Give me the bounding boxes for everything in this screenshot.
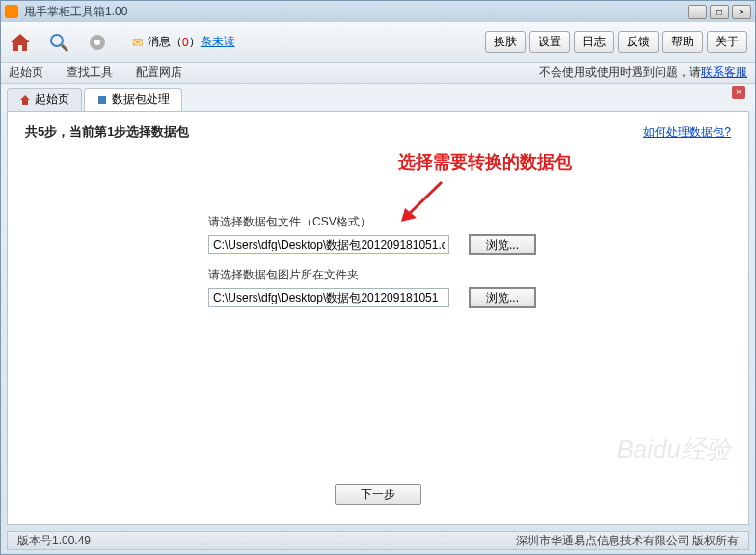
search-tool[interactable] — [47, 31, 70, 54]
data-tab-icon — [96, 94, 108, 106]
tab-close-button[interactable]: × — [732, 86, 745, 99]
help-text: 不会使用或使用时遇到问题，请 — [539, 65, 701, 81]
sub-toolbar: 起始页 查找工具 配置网店 不会使用或使用时遇到问题，请 联系客服 — [1, 63, 755, 84]
home-icon — [9, 31, 32, 54]
app-icon — [5, 5, 18, 18]
svg-point-3 — [94, 40, 100, 45]
tab-bar: 起始页 数据包处理 — [1, 84, 755, 111]
step-indicator: 共5步，当前第1步选择数据包 — [25, 123, 189, 141]
message-suffix: ） — [189, 34, 201, 50]
csv-label: 请选择数据包文件（CSV格式） — [208, 214, 731, 230]
app-window: 甩手掌柜工具箱1.00 – □ × ✉ 消息（ 0 ） 条未读 换肤 设置 日志 — [0, 0, 756, 555]
folder-path-input[interactable] — [208, 288, 449, 307]
copyright-text: 深圳市华通易点信息技术有限公司 版权所有 — [516, 533, 739, 549]
message-count: 0 — [182, 36, 189, 49]
unread-link[interactable]: 条未读 — [201, 34, 235, 50]
svg-line-5 — [405, 182, 442, 218]
about-button[interactable]: 关于 — [707, 31, 747, 53]
close-button[interactable]: × — [732, 5, 751, 19]
home-tab-icon — [19, 94, 31, 106]
content-panel: 共5步，当前第1步选择数据包 如何处理数据包? 选择需要转换的数据包 请选择数据… — [7, 111, 749, 525]
maximize-button[interactable]: □ — [710, 5, 729, 19]
svg-rect-4 — [98, 96, 106, 104]
search-icon — [47, 31, 70, 54]
form-area: 请选择数据包文件（CSV格式） 浏览... 请选择数据包图片所在文件夹 浏览..… — [208, 214, 731, 316]
svg-point-0 — [51, 35, 63, 46]
skin-button[interactable]: 换肤 — [485, 31, 526, 53]
contact-link[interactable]: 联系客服 — [701, 65, 747, 81]
minimize-button[interactable]: – — [688, 5, 707, 19]
log-button[interactable]: 日志 — [574, 31, 614, 53]
message-area: ✉ 消息（ 0 ） 条未读 — [132, 34, 235, 50]
gear-icon — [86, 31, 109, 54]
tab-home[interactable]: 起始页 — [7, 88, 82, 111]
sub-home[interactable]: 起始页 — [9, 65, 43, 81]
folder-browse-button[interactable]: 浏览... — [469, 287, 536, 308]
annotation-text: 选择需要转换的数据包 — [398, 150, 572, 173]
settings-tool[interactable] — [86, 31, 109, 54]
next-button[interactable]: 下一步 — [335, 484, 421, 505]
version-text: 版本号1.00.49 — [17, 533, 91, 549]
csv-browse-button[interactable]: 浏览... — [469, 234, 536, 255]
home-tool[interactable] — [9, 31, 32, 54]
csv-path-input[interactable] — [208, 235, 449, 254]
svg-line-1 — [62, 45, 68, 51]
window-title: 甩手掌柜工具箱1.00 — [24, 4, 688, 20]
titlebar: 甩手掌柜工具箱1.00 – □ × — [1, 1, 755, 22]
message-prefix: 消息（ — [148, 34, 182, 50]
sub-search[interactable]: 查找工具 — [67, 65, 113, 81]
right-button-group: 换肤 设置 日志 反馈 帮助 关于 — [485, 31, 747, 53]
main-toolbar: ✉ 消息（ 0 ） 条未读 换肤 设置 日志 反馈 帮助 关于 — [1, 22, 755, 63]
howto-link[interactable]: 如何处理数据包? — [643, 124, 731, 141]
tab-data-package[interactable]: 数据包处理 — [84, 88, 182, 111]
sub-config[interactable]: 配置网店 — [136, 65, 182, 81]
feedback-button[interactable]: 反馈 — [618, 31, 659, 53]
folder-label: 请选择数据包图片所在文件夹 — [208, 267, 731, 283]
mail-icon: ✉ — [132, 35, 144, 50]
statusbar: 版本号1.00.49 深圳市华通易点信息技术有限公司 版权所有 — [7, 531, 749, 550]
help-button[interactable]: 帮助 — [662, 31, 703, 53]
settings-button[interactable]: 设置 — [529, 31, 570, 53]
